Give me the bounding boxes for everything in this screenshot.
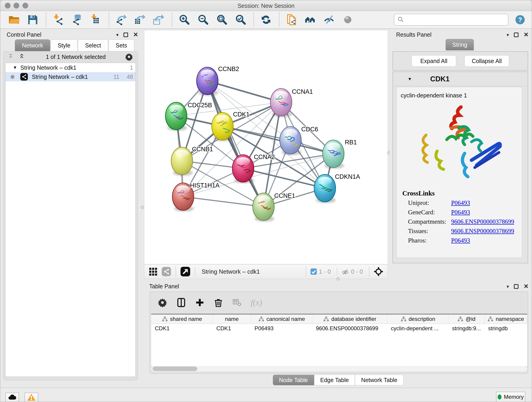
zoom-selected-button[interactable] [234, 14, 247, 26]
close-panel-icon[interactable]: ✕ [133, 31, 138, 38]
search-box[interactable] [394, 14, 508, 26]
node-CDK1[interactable] [212, 113, 233, 141]
column-header-databaseidentifier[interactable]: database identifier [312, 314, 387, 324]
expand-all-icon[interactable] [19, 53, 27, 61]
float-table-icon[interactable]: ▾ [507, 284, 509, 289]
float-results-icon[interactable]: ▾ [507, 32, 509, 38]
crosslink-link[interactable]: P06493 [451, 209, 470, 216]
tab-style[interactable]: Style [51, 39, 78, 51]
gene-expander-icon[interactable]: ▼ [408, 77, 412, 82]
table-cell[interactable]: cyclin-dependent ... [387, 324, 448, 333]
search-input[interactable] [407, 17, 503, 23]
table-cell[interactable]: stringdb:9... [448, 324, 484, 333]
home-button[interactable] [304, 14, 316, 26]
table-cell[interactable]: 9606.ENSP00000378699 [312, 324, 387, 333]
open-session-button[interactable] [8, 14, 20, 26]
network-overview-icon[interactable] [161, 267, 171, 277]
crosslink-link[interactable]: P06493 [451, 199, 470, 206]
maximize-panel-icon[interactable] [123, 32, 128, 37]
column-header-sharedname[interactable]: shared name [151, 314, 213, 324]
node-CDKN1A[interactable] [314, 174, 336, 203]
help-button[interactable]: ? [515, 14, 525, 25]
tab-string[interactable]: String [446, 39, 474, 51]
node-CCNA1[interactable] [270, 89, 292, 117]
import-network-file-button[interactable] [52, 14, 64, 26]
zoom-in-button[interactable] [178, 14, 190, 26]
collapse-all-networks-icon[interactable] [8, 53, 16, 61]
node-RB1[interactable] [323, 140, 344, 169]
crosslink-link[interactable]: P06493 [451, 237, 470, 244]
tab-network[interactable]: Network [15, 39, 50, 51]
table-cell[interactable]: CDK1 [151, 324, 213, 333]
tab-node-table[interactable]: Node Table [273, 375, 314, 385]
collapse-all-button[interactable]: Collapse All [464, 55, 509, 67]
columns-icon[interactable] [177, 298, 186, 307]
crosslink-link[interactable]: 9606.ENSP00000378699 [451, 218, 514, 225]
help-icon[interactable]: ? [515, 14, 525, 25]
tab-edge-table[interactable]: Edge Table [314, 375, 355, 385]
overview-share-icon[interactable] [161, 267, 171, 277]
gene-section-header[interactable]: ▼ CDK1 [393, 72, 528, 86]
node-CCNA2[interactable] [232, 155, 254, 183]
network-canvas[interactable]: CCNB2CCNA1CDC25BCDK1CDC6RB1CCNB1CCNA2CDK… [144, 30, 388, 264]
table-row[interactable]: CDK1CDK1P064939606.ENSP00000378699cyclin… [151, 324, 527, 333]
export-table-button[interactable] [134, 14, 146, 26]
cloud-button[interactable] [5, 393, 19, 402]
plus-icon[interactable] [195, 298, 204, 307]
close-results-icon[interactable]: ✕ [524, 31, 529, 38]
collection-expander-icon[interactable]: ▼ [13, 65, 17, 70]
export-image-button[interactable] [153, 14, 165, 26]
table-horizontal-scrollbar[interactable] [151, 366, 527, 371]
tab-network-table[interactable]: Network Table [355, 375, 404, 385]
node-CDC25B[interactable] [165, 102, 187, 131]
trash-icon[interactable] [214, 298, 223, 307]
network-row[interactable]: String Network – cdk1 11 48 [6, 72, 135, 81]
birds-eye-view-icon[interactable] [180, 266, 191, 277]
gear-icon[interactable] [125, 53, 133, 61]
show-grid-icon[interactable] [148, 267, 158, 276]
export-network-button[interactable] [115, 14, 127, 26]
show-columns-icon[interactable] [177, 298, 186, 307]
network-options-gear-icon[interactable] [125, 53, 133, 61]
float-panel-icon[interactable]: ▾ [116, 32, 119, 38]
zoom-fit-button[interactable] [216, 14, 228, 26]
crosslink-link[interactable]: 9606.ENSP00000378699 [451, 228, 514, 235]
column-header-id[interactable]: @id [448, 314, 484, 324]
column-header-canonicalname[interactable]: canonical name [251, 314, 312, 324]
table-cell[interactable]: stringdb [484, 324, 527, 333]
node-CDC6[interactable] [280, 127, 301, 155]
left-splitter-handle[interactable] [141, 206, 144, 209]
delete-column-icon[interactable] [214, 298, 223, 307]
import-table-button[interactable] [90, 14, 102, 26]
collapse-all-icon[interactable] [8, 53, 16, 61]
table-cell[interactable]: CDK1 [213, 324, 251, 333]
graphics-details-button[interactable] [323, 14, 335, 26]
node-CCNB1[interactable] [171, 147, 193, 176]
memory-button[interactable]: Memory [496, 392, 525, 402]
tab-sets[interactable]: Sets [109, 39, 134, 51]
network-collection-row[interactable]: ▼ String Network – cdk1 1 [6, 63, 135, 72]
table-options-gear-icon[interactable] [158, 298, 167, 307]
ball-button[interactable] [342, 14, 354, 26]
node-CCNB2[interactable] [196, 67, 218, 96]
crosshair-icon[interactable] [374, 267, 384, 277]
scrollbar-thumb[interactable] [152, 366, 197, 371]
node-CCNE1[interactable] [253, 193, 274, 222]
horizontal-splitter-handle[interactable] [336, 277, 340, 281]
center-view-icon[interactable] [374, 267, 384, 277]
network-from-clipboard-button[interactable] [285, 14, 298, 26]
import-network-database-button[interactable] [71, 14, 83, 26]
tab-select[interactable]: Select [78, 39, 108, 51]
table-gear-icon[interactable] [158, 298, 167, 307]
selected-checkbox-icon[interactable] [310, 268, 317, 275]
maximize-table-icon[interactable] [514, 284, 519, 289]
string-network-graph[interactable]: CCNB2CCNA1CDC25BCDK1CDC6RB1CCNB1CCNA2CDK… [144, 30, 388, 264]
column-header-name[interactable]: name [213, 314, 251, 324]
maximize-results-icon[interactable] [514, 32, 519, 37]
add-column-icon[interactable] [195, 298, 204, 307]
selected-nodes-checkbox-icon[interactable] [310, 268, 317, 275]
column-header-description[interactable]: description [387, 314, 448, 324]
column-header-namespace[interactable]: namespace [484, 314, 527, 324]
save-session-button[interactable] [27, 14, 39, 26]
close-table-icon[interactable]: ✕ [524, 283, 529, 290]
